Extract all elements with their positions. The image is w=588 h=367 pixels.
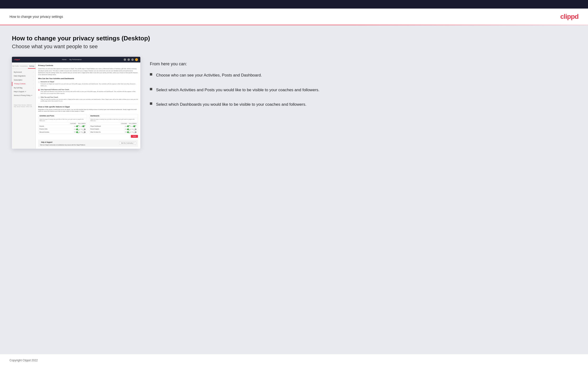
mini-sidebar-subscription-label: Subscription bbox=[14, 79, 22, 81]
mini-radio-followers[interactable]: Only Approved Followers and Your Coach O… bbox=[38, 89, 138, 94]
mini-help-text: Help & Support Visit our Clippd communit… bbox=[40, 141, 86, 146]
mini-show-hide-title: Show or hide specific features in Clippd bbox=[38, 106, 138, 108]
main-content: How to change your privacy settings (Des… bbox=[0, 25, 588, 354]
mini-search-icon bbox=[124, 58, 126, 61]
mini-app: clippd Home My Performance bbox=[12, 57, 140, 149]
mini-chevron-icon: › bbox=[33, 79, 34, 81]
mini-round-insights-row: Round Insights ON ON bbox=[89, 128, 138, 131]
mini-sidebar-help-label: Help & Support ↗ bbox=[14, 91, 26, 93]
mini-practice-coaches-toggle[interactable]: ON bbox=[74, 128, 79, 130]
mini-what-to-work-followers-toggle[interactable]: ON bbox=[131, 131, 137, 133]
mini-sidebar-help[interactable]: Help & Support ↗ bbox=[12, 90, 35, 94]
mini-sidebar-my-account[interactable]: My Account › bbox=[12, 70, 35, 74]
mini-sidebar-data-integrations-label: Data Integrations bbox=[14, 75, 26, 77]
mini-dash-coaches-col: COACHES bbox=[121, 123, 127, 125]
mini-tables-row: Activities and Posts Select the types of… bbox=[38, 114, 138, 134]
mini-what-to-work-toggles: ON ON bbox=[125, 131, 137, 133]
mini-sidebar-my-account-label: My Account bbox=[14, 71, 22, 73]
mini-visit-community-button[interactable]: Visit Our Community ↗ bbox=[119, 142, 136, 145]
mini-practice-toggles: ON ON bbox=[74, 128, 86, 130]
mini-radio-followers-text: Only Approved Followers and Your Coach O… bbox=[41, 89, 138, 94]
mini-rounds-followers-toggle[interactable]: ON bbox=[80, 125, 86, 127]
mini-dashboards-cols: COACHES FOLLOWERS bbox=[89, 122, 138, 125]
header: How to change your privacy settings clip… bbox=[0, 8, 588, 25]
mini-save-button[interactable]: Save bbox=[131, 135, 138, 138]
screenshot-mockup: clippd Home My Performance bbox=[12, 57, 140, 149]
mini-what-to-work-coaches-toggle[interactable]: ON bbox=[125, 131, 130, 133]
mini-main-panel: Privacy Controls Control how you and you… bbox=[36, 62, 140, 149]
mini-tab-profile[interactable]: My Profile bbox=[12, 64, 19, 69]
mini-chevron-icon: › bbox=[33, 87, 34, 89]
mini-sidebar-golf-bag-label: My Golf Bag bbox=[14, 87, 22, 89]
mini-player-dash-label: Player Dashboard bbox=[90, 125, 125, 127]
mini-body: My Profile Connections Settings My Accou… bbox=[12, 62, 140, 149]
mini-manual-label: Manual Activities bbox=[40, 131, 74, 133]
mini-sidebar-subscription[interactable]: Subscription › bbox=[12, 78, 35, 82]
mini-followers-col: FOLLOWERS bbox=[78, 123, 86, 125]
bullet-marker-3 bbox=[150, 102, 152, 105]
mini-practice-label: Practice Drills bbox=[40, 128, 74, 130]
mini-activities-table: Activities and Posts Select the types of… bbox=[38, 114, 87, 134]
mini-who-can-title: Who Can See Your Activities and Dashboar… bbox=[38, 77, 138, 80]
mini-dashboards-desc: Select the types of activity that you'd … bbox=[89, 118, 138, 122]
mini-nav-performance: My Performance bbox=[69, 58, 81, 61]
mini-nav-icons bbox=[124, 58, 138, 61]
mini-manual-coaches-toggle[interactable]: ON bbox=[74, 131, 79, 133]
mini-logo: clippd bbox=[14, 58, 20, 61]
mini-player-dash-coaches-toggle[interactable]: ON bbox=[125, 125, 130, 127]
mini-privacy-title: Privacy Controls bbox=[38, 64, 138, 67]
mini-sidebar-privacy-label: Privacy Controls bbox=[14, 83, 26, 85]
bullet-text-3: Select which Dashboards you would like t… bbox=[156, 101, 306, 108]
footer: Copyright Clippd 2022 bbox=[0, 354, 588, 366]
mini-activities-title: Activities and Posts bbox=[38, 114, 87, 118]
mini-chevron-icon: › bbox=[33, 75, 34, 77]
mini-nav-home: Home bbox=[62, 58, 67, 61]
mini-divider bbox=[38, 104, 138, 104]
mini-radio-coach-only[interactable]: Only You and Your Coach Only you and the… bbox=[38, 96, 138, 102]
mini-sidebar-privacy-policy-label: Service & Privacy Policy ↗ bbox=[14, 94, 32, 96]
mini-radio-coach-only-circle bbox=[38, 97, 40, 98]
mini-round-insights-followers-toggle[interactable]: ON bbox=[131, 128, 137, 130]
mini-sidebar-privacy[interactable]: Privacy Controls › bbox=[12, 82, 35, 86]
mini-sidebar-golf-bag[interactable]: My Golf Bag › bbox=[12, 86, 35, 90]
mini-tab-connections[interactable]: Connections bbox=[19, 64, 28, 69]
mini-what-to-work-label: What To Work On bbox=[90, 131, 125, 133]
top-bar bbox=[0, 0, 588, 8]
mini-radio-everyone[interactable]: Everyone on Clippd Everyone on Clippd ca… bbox=[38, 81, 138, 87]
mini-sidebar-tabs: My Profile Connections Settings bbox=[12, 64, 35, 69]
header-title: How to change your privacy settings bbox=[9, 15, 63, 18]
mini-help-section: Help & Support Visit our Clippd communit… bbox=[38, 140, 138, 147]
mini-settings-icon bbox=[131, 58, 134, 61]
mini-round-insights-label: Round Insights bbox=[90, 128, 125, 130]
mini-show-hide-desc: Regardless of the privacy controls that … bbox=[38, 109, 138, 112]
mini-round-insights-coaches-toggle[interactable]: ON bbox=[125, 128, 130, 130]
mini-sidebar-footer: Clippd Client Version: 2022.8.2 SQL Serv… bbox=[12, 102, 35, 109]
bullet-marker-1 bbox=[150, 73, 152, 75]
mini-activities-cols: COACHES FOLLOWERS bbox=[38, 122, 87, 125]
mini-dashboards-title: Dashboards bbox=[89, 114, 138, 118]
mini-round-insights-toggles: ON ON bbox=[125, 128, 137, 130]
mini-sidebar-data-integrations[interactable]: Data Integrations › bbox=[12, 74, 35, 78]
bullet-item-3: Select which Dashboards you would like t… bbox=[150, 101, 576, 108]
mini-manual-toggles: ON ON bbox=[74, 131, 86, 133]
mini-manual-row: Manual Activities ON ON bbox=[38, 131, 87, 134]
mini-rounds-toggles: ON ON bbox=[74, 125, 86, 127]
mini-practice-followers-toggle[interactable]: ON bbox=[80, 128, 86, 130]
page-subheading: Choose what you want people to see bbox=[12, 43, 576, 50]
bullet-text-1: Choose who can see your Activities, Post… bbox=[156, 72, 262, 78]
mini-radio-coach-only-text: Only You and Your Coach Only you and the… bbox=[41, 96, 138, 102]
mini-navbar: clippd Home My Performance bbox=[12, 57, 140, 62]
mini-player-dash-followers-toggle[interactable]: ON bbox=[131, 125, 137, 127]
mini-chevron-icon: › bbox=[33, 83, 34, 85]
content-row: clippd Home My Performance bbox=[12, 57, 576, 149]
mini-radio-everyone-text: Everyone on Clippd Everyone on Clippd ca… bbox=[41, 81, 138, 87]
mini-rounds-coaches-toggle[interactable]: ON bbox=[74, 125, 79, 127]
bullets-heading: From here you can: bbox=[150, 61, 576, 67]
mini-nav-links: Home My Performance bbox=[62, 58, 82, 61]
mini-avatar bbox=[135, 58, 138, 61]
mini-rounds-label: Rounds bbox=[40, 125, 74, 127]
mini-manual-followers-toggle[interactable]: ON bbox=[80, 131, 86, 133]
mini-sidebar-privacy-policy[interactable]: Service & Privacy Policy ↗ bbox=[12, 94, 35, 97]
mini-tab-settings[interactable]: Settings bbox=[28, 64, 35, 69]
mini-sidebar: My Profile Connections Settings My Accou… bbox=[12, 62, 36, 149]
